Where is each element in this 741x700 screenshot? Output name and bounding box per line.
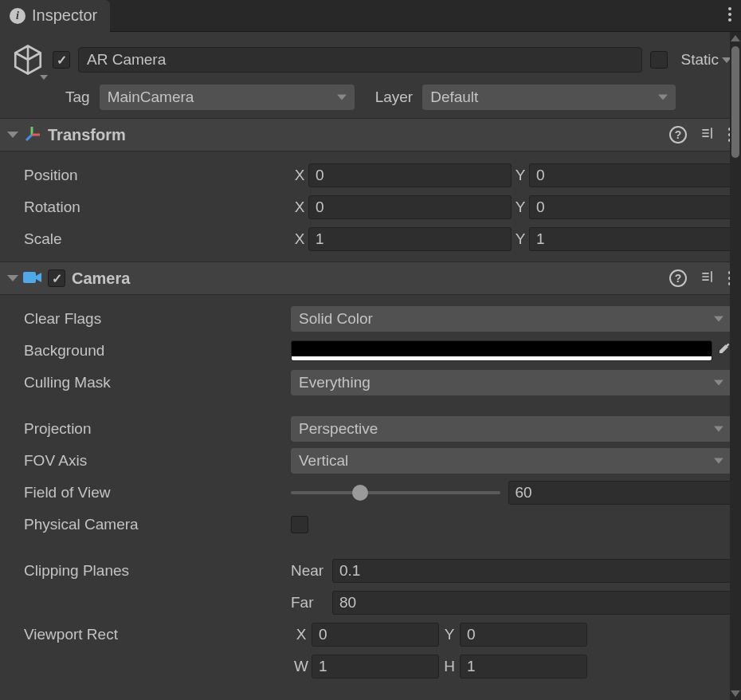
position-label: Position bbox=[24, 167, 291, 184]
physical-camera-label: Physical Camera bbox=[24, 516, 291, 533]
camera-enable-checkbox[interactable] bbox=[48, 269, 65, 287]
name-input[interactable] bbox=[78, 47, 642, 73]
scrollbar-up-icon[interactable] bbox=[731, 35, 740, 41]
viewport-h-input[interactable] bbox=[460, 655, 587, 678]
vertical-scrollbar[interactable] bbox=[730, 32, 741, 700]
fov-label: Field of View bbox=[24, 484, 291, 501]
projection-dropdown[interactable]: Perspective bbox=[291, 416, 731, 442]
background-label: Background bbox=[24, 342, 291, 360]
far-label: Far bbox=[291, 594, 332, 612]
gameobject-cube-icon[interactable] bbox=[11, 43, 45, 77]
scale-y-input[interactable] bbox=[529, 227, 732, 251]
viewport-w-input[interactable] bbox=[312, 655, 439, 678]
viewport-y-input[interactable] bbox=[460, 623, 587, 647]
preset-icon[interactable] bbox=[700, 269, 716, 289]
transform-icon bbox=[22, 125, 41, 144]
camera-body: Clear Flags Solid Color Background Culli… bbox=[0, 295, 741, 689]
fov-axis-label: FOV Axis bbox=[24, 452, 291, 470]
physical-camera-checkbox[interactable] bbox=[291, 516, 308, 533]
projection-label: Projection bbox=[24, 420, 291, 438]
scrollbar-down-icon[interactable] bbox=[731, 690, 740, 697]
transform-header[interactable]: Transform ? bbox=[0, 118, 741, 151]
rotation-y-input[interactable] bbox=[529, 195, 732, 219]
position-y-input[interactable] bbox=[529, 163, 732, 187]
camera-icon bbox=[22, 269, 41, 288]
viewport-x-input[interactable] bbox=[312, 623, 439, 647]
tab-title: Inspector bbox=[32, 6, 97, 25]
viewport-label: Viewport Rect bbox=[24, 626, 291, 643]
fov-slider[interactable] bbox=[291, 491, 500, 494]
far-input[interactable] bbox=[332, 591, 731, 615]
inspector-tab[interactable]: i Inspector bbox=[0, 0, 110, 32]
transform-title: Transform bbox=[48, 126, 126, 144]
preset-icon[interactable] bbox=[700, 125, 716, 145]
foldout-icon bbox=[7, 275, 18, 281]
rotation-x-input[interactable] bbox=[308, 195, 512, 219]
tag-layer-row: Tag MainCamera Layer Default bbox=[0, 81, 741, 118]
near-input[interactable] bbox=[332, 559, 731, 583]
clear-flags-label: Clear Flags bbox=[24, 310, 291, 328]
background-color-field[interactable] bbox=[291, 340, 712, 361]
fov-axis-dropdown[interactable]: Vertical bbox=[291, 448, 731, 474]
scale-x-input[interactable] bbox=[308, 227, 512, 251]
clipping-label: Clipping Planes bbox=[24, 562, 291, 580]
layer-label: Layer bbox=[375, 88, 414, 106]
help-icon[interactable]: ? bbox=[669, 269, 687, 287]
active-checkbox[interactable] bbox=[53, 51, 70, 69]
tag-dropdown[interactable]: MainCamera bbox=[100, 85, 355, 110]
foldout-icon bbox=[7, 132, 18, 138]
culling-mask-dropdown[interactable]: Everything bbox=[291, 370, 731, 395]
info-icon: i bbox=[10, 8, 25, 24]
kebab-icon[interactable] bbox=[728, 7, 731, 25]
fov-value-input[interactable] bbox=[508, 481, 732, 505]
clear-flags-dropdown[interactable]: Solid Color bbox=[291, 306, 731, 332]
tag-label: Tag bbox=[65, 88, 90, 106]
rotation-label: Rotation bbox=[24, 199, 291, 216]
near-label: Near bbox=[291, 562, 332, 580]
static-dropdown[interactable]: Static bbox=[676, 51, 731, 69]
camera-header[interactable]: Camera ? bbox=[0, 262, 741, 295]
eyedropper-icon[interactable] bbox=[716, 341, 731, 361]
help-icon[interactable]: ? bbox=[669, 126, 687, 144]
culling-mask-label: Culling Mask bbox=[24, 374, 291, 391]
scale-label: Scale bbox=[24, 230, 291, 248]
transform-body: Position X Y Z Rotation X Y Z Scale X Y … bbox=[0, 151, 741, 262]
panel-tab-bar: i Inspector bbox=[0, 0, 741, 32]
position-x-input[interactable] bbox=[308, 163, 512, 187]
static-checkbox[interactable] bbox=[650, 51, 668, 69]
svg-rect-3 bbox=[23, 272, 36, 283]
layer-dropdown[interactable]: Default bbox=[422, 85, 676, 110]
scrollbar-thumb[interactable] bbox=[731, 46, 739, 158]
camera-title: Camera bbox=[72, 269, 130, 288]
svg-line-2 bbox=[26, 135, 32, 140]
gameobject-header: Static bbox=[0, 32, 741, 81]
